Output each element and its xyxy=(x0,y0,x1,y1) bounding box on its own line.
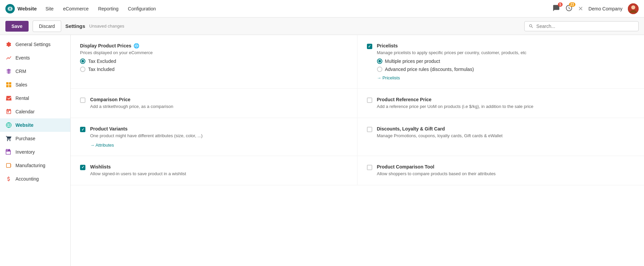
advanced-price-label: Advanced price rules (discounts, formula… xyxy=(385,67,474,72)
wishlists-cell: Wishlists Allow signed-in users to save … xyxy=(71,156,357,185)
attributes-link[interactable]: → Attributes xyxy=(90,143,114,148)
nav-reporting[interactable]: Reporting xyxy=(98,5,119,13)
sidebar-label: Events xyxy=(15,55,30,61)
user-avatar[interactable] xyxy=(628,3,639,14)
sidebar-label: Purchase xyxy=(15,136,35,141)
sidebar-item-events[interactable]: Events xyxy=(0,51,70,65)
display-product-prices-content: Display Product Prices 🌐 Prices displaye… xyxy=(80,43,348,72)
close-icon[interactable]: ✕ xyxy=(578,5,583,12)
accounting-icon xyxy=(5,176,12,182)
app-title: Website xyxy=(17,6,37,11)
wishlists-checkbox[interactable] xyxy=(80,165,85,170)
product-comparison-cell: Product Comparison Tool Allow shoppers t… xyxy=(357,156,644,185)
product-variants-cell: Product Variants One product might have … xyxy=(71,118,357,156)
discard-button[interactable]: Discard xyxy=(33,21,61,32)
comparison-price-checkbox[interactable] xyxy=(80,98,85,103)
activity-button[interactable]: 23 xyxy=(565,4,573,13)
discounts-title: Discounts, Loyalty & Gift Card xyxy=(377,126,635,131)
product-variants-desc: One product might have different attribu… xyxy=(90,133,348,139)
nav-ecommerce[interactable]: eCommerce xyxy=(62,5,89,13)
messages-button[interactable]: 5 xyxy=(553,4,560,13)
tax-included-radio[interactable] xyxy=(80,67,85,72)
wishlists-content: Wishlists Allow signed-in users to save … xyxy=(90,164,348,177)
svg-rect-4 xyxy=(6,82,9,85)
sales-icon xyxy=(5,81,12,88)
display-prices-title-text: Display Product Prices xyxy=(80,43,131,48)
sidebar-item-rental[interactable]: Rental xyxy=(0,91,70,105)
product-reference-price-content: Product Reference Price Add a reference … xyxy=(377,97,635,110)
nav-site[interactable]: Site xyxy=(45,5,54,13)
sidebar-label: Sales xyxy=(15,82,27,87)
multiple-prices-option[interactable]: Multiple prices per product xyxy=(377,59,635,64)
sidebar-item-accounting[interactable]: Accounting xyxy=(0,172,70,186)
search-bar[interactable] xyxy=(524,21,639,31)
sidebar-label: Rental xyxy=(15,96,29,101)
sidebar-item-inventory[interactable]: Inventory xyxy=(0,145,70,159)
product-reference-price-checkbox[interactable] xyxy=(367,98,372,103)
product-reference-price-desc: Add a reference price per UoM on product… xyxy=(377,104,635,110)
sidebar-item-calendar[interactable]: Calendar xyxy=(0,105,70,118)
sidebar-label: Manufacturing xyxy=(15,163,45,168)
tax-included-label: Tax Included xyxy=(88,67,115,72)
product-comparison-checkbox[interactable] xyxy=(367,165,372,170)
sidebar-item-manufacturing[interactable]: Manufacturing xyxy=(0,159,70,172)
messages-badge: 5 xyxy=(558,2,563,7)
tax-excluded-option[interactable]: Tax Excluded xyxy=(80,59,348,64)
page-title: Settings xyxy=(65,23,85,29)
pricelists-content: Pricelists Manage pricelists to apply sp… xyxy=(377,43,635,80)
crm-icon xyxy=(5,68,12,75)
multiple-prices-radio[interactable] xyxy=(377,59,382,64)
svg-rect-7 xyxy=(9,85,11,87)
toolbar: Save Discard Settings Unsaved changes xyxy=(0,17,644,35)
main-layout: General Settings Events CRM Sales Rental xyxy=(0,35,644,266)
sidebar-label: Calendar xyxy=(15,109,35,114)
product-reference-price-title: Product Reference Price xyxy=(377,97,635,102)
product-variants-checkbox[interactable] xyxy=(80,127,85,132)
sidebar-item-website[interactable]: Website xyxy=(0,118,70,132)
display-prices-desc: Prices displayed on your eCommerce xyxy=(80,50,348,56)
tax-included-option[interactable]: Tax Included xyxy=(80,67,348,72)
discounts-checkbox[interactable] xyxy=(367,127,372,132)
purchase-icon xyxy=(5,135,12,142)
advanced-price-radio[interactable] xyxy=(377,67,382,72)
pricelists-cell: Pricelists Manage pricelists to apply sp… xyxy=(357,35,644,89)
advanced-price-option[interactable]: Advanced price rules (discounts, formula… xyxy=(377,67,635,72)
discounts-content: Discounts, Loyalty & Gift Card Manage Pr… xyxy=(377,126,635,139)
app-logo[interactable]: Website xyxy=(5,4,37,13)
discounts-cell: Discounts, Loyalty & Gift Card Manage Pr… xyxy=(357,118,644,156)
website-icon xyxy=(5,122,12,128)
sidebar-item-sales[interactable]: Sales xyxy=(0,78,70,91)
sidebar-item-general-settings[interactable]: General Settings xyxy=(0,38,70,51)
sidebar-label: Website xyxy=(15,122,33,128)
sidebar-item-purchase[interactable]: Purchase xyxy=(0,132,70,145)
globe-icon: 🌐 xyxy=(134,43,139,48)
calendar-icon xyxy=(5,108,12,115)
sidebar-label: Inventory xyxy=(15,149,35,155)
sidebar-item-crm[interactable]: CRM xyxy=(0,65,70,78)
display-product-prices-cell: Display Product Prices 🌐 Prices displaye… xyxy=(71,35,357,89)
events-icon xyxy=(5,54,12,61)
sidebar: General Settings Events CRM Sales Rental xyxy=(0,35,71,266)
product-variants-title: Product Variants xyxy=(90,126,348,131)
tax-excluded-radio[interactable] xyxy=(80,59,85,64)
pricelists-link[interactable]: → Pricelists xyxy=(377,75,400,80)
pricelists-checkbox[interactable] xyxy=(367,44,372,49)
comparison-price-content: Comparison Price Add a strikethrough pri… xyxy=(90,97,348,110)
nav-configuration[interactable]: Configuration xyxy=(127,5,156,13)
save-button[interactable]: Save xyxy=(5,21,29,32)
comparison-price-cell: Comparison Price Add a strikethrough pri… xyxy=(71,89,357,118)
settings-grid: Display Product Prices 🌐 Prices displaye… xyxy=(71,35,644,185)
sidebar-label: General Settings xyxy=(15,42,50,47)
multiple-prices-label: Multiple prices per product xyxy=(385,59,440,64)
discounts-desc: Manage Promotions, coupons, loyalty card… xyxy=(377,133,635,139)
pricelists-title: Pricelists xyxy=(377,43,635,48)
wishlists-desc: Allow signed-in users to save product in… xyxy=(90,171,348,177)
top-navigation: Website Site eCommerce Reporting Configu… xyxy=(0,0,644,17)
wishlists-title: Wishlists xyxy=(90,164,348,169)
product-comparison-content: Product Comparison Tool Allow shoppers t… xyxy=(377,164,635,177)
manufacturing-icon xyxy=(5,162,12,169)
product-comparison-title: Product Comparison Tool xyxy=(377,164,635,169)
svg-rect-6 xyxy=(6,85,9,87)
comparison-price-desc: Add a strikethrough price, as a comparis… xyxy=(90,104,348,110)
search-input[interactable] xyxy=(536,24,634,29)
